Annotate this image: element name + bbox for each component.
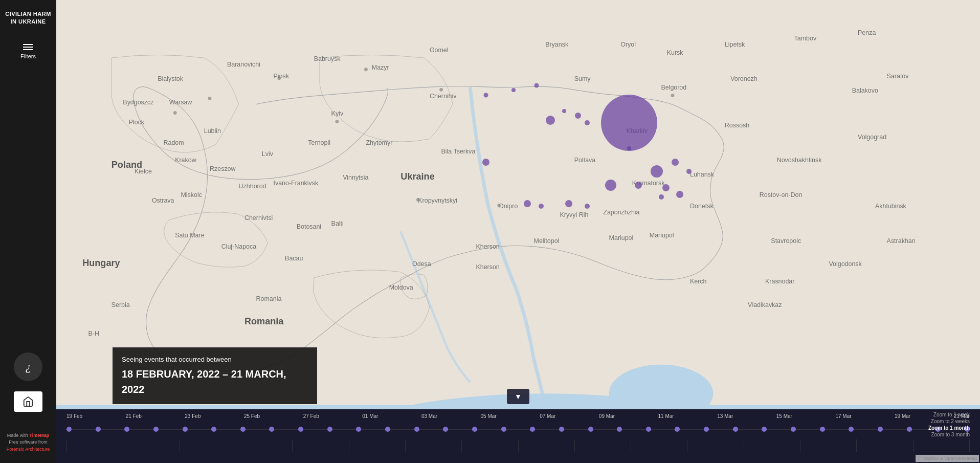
- timeline-date-label: 17 Mar: [835, 413, 851, 419]
- zoom-button[interactable]: Zoom to 3 month: [928, 432, 970, 437]
- timeline-date-label: 19 Feb: [66, 413, 82, 419]
- timeline-track[interactable]: [66, 422, 970, 437]
- svg-text:Poltava: Poltava: [574, 157, 596, 164]
- svg-text:Hungary: Hungary: [82, 258, 120, 268]
- zoom-button[interactable]: Zoom to 2 weeks: [928, 418, 970, 424]
- event-circle[interactable]: [585, 120, 590, 125]
- timeline-dot[interactable]: [588, 427, 593, 432]
- filters-button[interactable]: Filters: [15, 39, 41, 64]
- timeline-dot[interactable]: [385, 427, 390, 432]
- svg-text:Vinnytsia: Vinnytsia: [343, 174, 368, 181]
- timeline-dot[interactable]: [501, 427, 506, 432]
- svg-text:Akhtubinsk: Akhtubinsk: [875, 203, 907, 210]
- timeline-dot[interactable]: [675, 427, 680, 432]
- event-circle[interactable]: [662, 184, 670, 191]
- timeline-dot[interactable]: [849, 427, 854, 432]
- hamburger-icon: [23, 44, 33, 50]
- event-circle[interactable]: [546, 116, 555, 125]
- timeline-dot[interactable]: [183, 427, 188, 432]
- home-button[interactable]: [14, 391, 42, 412]
- svg-text:Kherson: Kherson: [476, 243, 499, 250]
- svg-text:Chernivtsi: Chernivtsi: [244, 214, 273, 222]
- timeline-date-label: 13 Mar: [717, 413, 733, 419]
- event-circle[interactable]: [659, 194, 664, 200]
- app-title: CIVILIAN HARMIN UKRAINE: [0, 0, 56, 34]
- timeline-dot[interactable]: [66, 427, 72, 432]
- event-circle[interactable]: [511, 88, 516, 92]
- event-circle[interactable]: [601, 95, 657, 151]
- info-button[interactable]: ¿: [14, 352, 42, 381]
- event-circle[interactable]: [672, 159, 679, 166]
- timeline-dot[interactable]: [791, 427, 796, 432]
- copyright: © Mapbox & OpenStreetMap: [916, 455, 979, 462]
- timeline-date-label: 23 Feb: [185, 413, 201, 419]
- svg-text:Bryansk: Bryansk: [545, 41, 569, 48]
- timeline-dot[interactable]: [96, 427, 101, 432]
- timeline-dot[interactable]: [298, 427, 303, 432]
- timeline-dot[interactable]: [617, 427, 622, 432]
- timeline-dot[interactable]: [124, 427, 129, 432]
- timeline-dot[interactable]: [211, 427, 216, 432]
- timeline-dot[interactable]: [414, 427, 419, 432]
- svg-text:Bila Tserkva: Bila Tserkva: [441, 148, 476, 155]
- svg-text:Lipetsk: Lipetsk: [725, 41, 745, 48]
- timeline-dots: [66, 427, 970, 432]
- event-circle[interactable]: [676, 191, 683, 198]
- event-circle[interactable]: [482, 159, 489, 166]
- timeline-dot[interactable]: [356, 427, 361, 432]
- timeline-tick: [405, 439, 406, 452]
- timeline-tick: [856, 439, 857, 452]
- svg-point-86: [671, 94, 675, 97]
- event-circle[interactable]: [585, 204, 590, 209]
- event-circle[interactable]: [575, 113, 581, 119]
- timeline-tick: [236, 439, 236, 452]
- event-circle[interactable]: [605, 180, 616, 191]
- timeline-dot[interactable]: [907, 427, 912, 432]
- svg-point-81: [208, 97, 212, 100]
- event-circle[interactable]: [524, 200, 531, 207]
- svg-text:Chernihiv: Chernihiv: [430, 93, 457, 100]
- timeline-date-label: 27 Feb: [303, 413, 319, 419]
- seeing-text: Seeing events that occurred between: [122, 355, 308, 365]
- timeline-dot[interactable]: [443, 427, 448, 432]
- event-circle[interactable]: [565, 200, 572, 207]
- svg-text:Rostov-on-Don: Rostov-on-Don: [760, 191, 803, 199]
- timeline-dot[interactable]: [530, 427, 535, 432]
- timeline-dot[interactable]: [762, 427, 767, 432]
- event-circle[interactable]: [534, 83, 539, 88]
- event-circle[interactable]: [651, 165, 663, 178]
- svg-point-85: [336, 120, 339, 123]
- svg-text:Cluj-Napoca: Cluj-Napoca: [221, 243, 257, 250]
- event-circle[interactable]: [483, 93, 488, 97]
- svg-text:Botosani: Botosani: [297, 223, 321, 230]
- event-circle[interactable]: [635, 182, 642, 189]
- svg-text:Dnipro: Dnipro: [499, 203, 518, 210]
- timeline-dot[interactable]: [327, 427, 332, 432]
- event-circle[interactable]: [539, 204, 544, 209]
- timeline-dot[interactable]: [472, 427, 477, 432]
- timeline-dot[interactable]: [878, 427, 883, 432]
- expand-button[interactable]: ▼: [507, 389, 529, 404]
- timeline-dot[interactable]: [559, 427, 564, 432]
- event-circle[interactable]: [627, 146, 631, 150]
- svg-text:Novoshakhtinsk: Novoshakhtinsk: [777, 157, 822, 164]
- svg-text:Odesa: Odesa: [412, 260, 431, 268]
- info-icon: ¿: [26, 360, 31, 373]
- svg-text:Ukraine: Ukraine: [400, 171, 434, 182]
- zoom-button[interactable]: Zoom to 1 month: [928, 425, 970, 431]
- timeline-dot[interactable]: [733, 427, 738, 432]
- svg-text:Stavropolc: Stavropolc: [771, 237, 801, 245]
- event-circle[interactable]: [562, 109, 566, 113]
- svg-text:Voronezh: Voronezh: [730, 75, 758, 82]
- filters-label: Filters: [20, 53, 36, 59]
- timeline-dot[interactable]: [240, 427, 246, 432]
- timeline-dot[interactable]: [704, 427, 709, 432]
- timeline-dot[interactable]: [153, 427, 159, 432]
- svg-text:Plock: Plock: [129, 119, 145, 126]
- event-circle[interactable]: [686, 169, 692, 174]
- timeline-dot[interactable]: [269, 427, 274, 432]
- timeline-dot[interactable]: [820, 427, 825, 432]
- timeline-dot[interactable]: [646, 427, 651, 432]
- zoom-button[interactable]: Zoom to 1 week: [928, 412, 970, 417]
- svg-text:Bacau: Bacau: [285, 255, 303, 262]
